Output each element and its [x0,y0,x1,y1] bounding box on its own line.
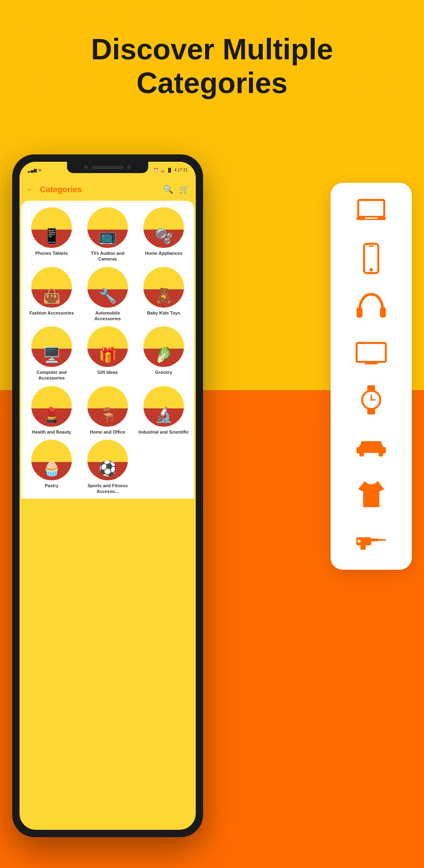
svg-point-36 [370,399,372,401]
category-gift-ideas[interactable]: 🎁Gift Ideas [82,326,133,381]
wifi-icon: ⊛ [38,168,41,172]
svg-point-25 [370,268,373,271]
svg-rect-30 [365,362,378,364]
category-label-pastry: Pastry [45,483,58,488]
svg-point-5 [272,4,296,28]
shirt-icon [355,478,387,510]
battery-icon: ▐▌ [167,168,172,172]
svg-rect-46 [360,545,366,550]
svg-rect-26 [369,245,374,247]
category-home-appliances[interactable]: 🫧Home Appliances [138,207,189,262]
category-label-grocery: Grocery [155,369,172,375]
category-phones-tablets[interactable]: 📱Phones Tablets [26,207,77,262]
category-icon-tvs-audios: 📺 [99,228,117,245]
category-sports[interactable]: ⚽Sports and Fitness Accesso... [82,440,133,495]
category-label-health-beauty: Health and Beauty [32,429,71,435]
notch-camera [84,165,88,169]
svg-rect-32 [367,385,375,392]
time-display: 4:17:31 [174,168,188,172]
app-title: Categories [40,185,158,194]
cart-button[interactable]: 🛒 [179,184,189,194]
category-label-baby-kids: Baby Kids Toys [147,310,180,316]
drill-icon [355,525,387,558]
header-actions: 🔍 🛒 [163,184,189,194]
phone-panel-icon [355,242,387,275]
phone-mockup: ▂▄▆ ⊛ ⏰ 🔔 ▐▌ 4:17:31 ← Categories 🔍 🛒 📱P… [12,154,203,837]
svg-point-3 [132,14,152,35]
svg-rect-27 [357,307,362,318]
category-icon-grocery: 🥬 [155,347,173,364]
laptop-icon [355,195,387,228]
category-label-industrial: Industrial and Scientific [138,429,189,435]
category-icon-phones-tablets: 📱 [43,228,61,245]
category-icon-pastry: 🧁 [43,460,61,477]
svg-rect-28 [380,307,386,318]
signal-icon: ▂▄▆ [28,168,37,172]
category-industrial[interactable]: 🔬Industrial and Scientific [138,386,189,435]
svg-rect-7 [374,8,390,33]
category-home-office[interactable]: 🪑Home and Office [82,386,133,435]
app-header: ← Categories 🔍 🛒 [19,178,196,201]
category-icon-home-appliances: 🫧 [155,228,173,245]
category-label-home-office: Home and Office [90,429,125,435]
svg-rect-40 [359,452,364,456]
headline-line2: Categories [136,67,288,99]
category-label-fashion: Fashion Accessories [29,310,74,316]
category-icon-automobile: 🔧 [99,287,117,304]
category-icon-sports: ⚽ [99,460,117,477]
category-icon-fashion: 👜 [43,287,61,304]
svg-point-14 [231,419,256,443]
category-icon-baby-kids: 🧸 [155,287,173,304]
category-label-gift-ideas: Gift Ideas [97,369,118,375]
back-button[interactable]: ← [26,184,35,195]
sofa-icon [355,431,387,463]
svg-rect-19 [284,471,307,488]
svg-rect-29 [357,343,386,362]
category-health-beauty[interactable]: 💄Health and Beauty [26,386,77,435]
category-icon-computer: 🖥️ [43,347,61,364]
page-headline: Discover Multiple Categories [0,33,424,100]
search-button[interactable]: 🔍 [163,184,173,194]
category-label-phones-tablets: Phones Tablets [35,250,68,256]
category-automobile[interactable]: 🔧Automobile Accessories [82,267,133,322]
category-icon-home-office: 🪑 [99,406,117,423]
category-label-sports: Sports and Fitness Accesso... [82,483,133,495]
category-icon-gift-ideas: 🎁 [99,347,117,364]
svg-rect-41 [379,452,383,456]
category-computer[interactable]: 🖥️Computer and Accessories [26,326,77,381]
category-grocery[interactable]: 🥬Grocery [138,326,189,381]
svg-rect-2 [89,12,112,28]
svg-rect-23 [365,217,378,219]
status-right: ⏰ 🔔 ▐▌ 4:17:31 [154,168,188,172]
svg-rect-33 [367,408,375,414]
headphones-icon [355,289,387,322]
category-label-tvs-audios: TVs Audios and Cameras [82,250,133,262]
headline-line1: Discover Multiple [91,33,333,65]
svg-point-47 [357,539,361,543]
svg-rect-0 [8,8,32,26]
category-pastry[interactable]: 🧁Pastry [26,440,77,495]
svg-rect-42 [361,441,382,447]
status-left: ▂▄▆ ⊛ [28,168,41,172]
category-tvs-audios[interactable]: 📺TVs Audios and Cameras [82,207,133,262]
category-fashion[interactable]: 👜Fashion Accessories [26,267,77,322]
category-label-computer: Computer and Accessories [26,369,77,381]
category-label-home-appliances: Home Appliances [145,250,182,256]
phone-notch [67,162,148,173]
svg-rect-45 [377,539,386,541]
notch-sensor [127,165,131,169]
watch-icon [355,384,387,416]
right-panel [331,183,412,570]
svg-rect-44 [370,538,378,541]
volume-icon: 🔔 [160,168,165,172]
category-label-automobile: Automobile Accessories [82,310,133,322]
categories-grid: 📱Phones Tablets📺TVs Audios and Cameras🫧H… [21,201,194,499]
category-icon-industrial: 🔬 [155,406,173,423]
category-baby-kids[interactable]: 🧸Baby Kids Toys [138,267,189,322]
alarm-icon: ⏰ [154,168,158,172]
tv-icon [355,336,387,369]
phone-screen: ▂▄▆ ⊛ ⏰ 🔔 ▐▌ 4:17:31 ← Categories 🔍 🛒 📱P… [19,162,196,830]
category-icon-health-beauty: 💄 [43,406,61,423]
svg-rect-21 [358,200,384,217]
notch-speaker [91,166,124,169]
